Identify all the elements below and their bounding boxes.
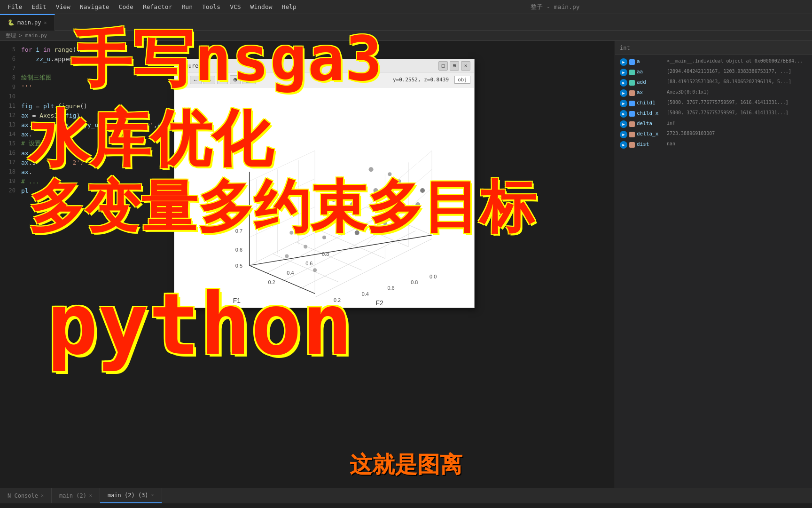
var-value-aa: [2094.404242110167, 1203.9383386753177, … bbox=[667, 69, 807, 74]
fig-home-button[interactable]: ⌂ bbox=[178, 76, 188, 84]
var-name-delta-x: delta_x bbox=[637, 131, 665, 137]
var-aa[interactable]: ▶ aa [2094.404242110167, 1203.9383386753… bbox=[615, 67, 812, 78]
svg-text:0.2: 0.2 bbox=[268, 279, 275, 285]
var-delta-x[interactable]: ▶ delta_x 2723.388969103007 bbox=[615, 129, 812, 140]
fig-forward-button[interactable]: → bbox=[203, 76, 215, 84]
var-a[interactable]: ▶ a <__main__.Individual object at 0x000… bbox=[615, 57, 812, 67]
figure-canvas[interactable]: F2 F1 0.5 0.6 0.7 0.8 0.2 0.4 0.6 0.8 0.… bbox=[174, 87, 474, 308]
var-value-child1: [5000, 3767.776775759597, 1616.41411331.… bbox=[667, 100, 807, 105]
svg-point-58 bbox=[355, 230, 359, 235]
var-icon-aa bbox=[629, 70, 635, 75]
svg-point-57 bbox=[313, 268, 317, 272]
var-child1[interactable]: ▶ child1 [5000, 3767.776775759597, 1616.… bbox=[615, 98, 812, 109]
bottom-tabbar: N Console × main (2) × main (2) (3) × bbox=[0, 488, 812, 503]
var-name-ax: ax bbox=[637, 89, 665, 95]
expand-add[interactable]: ▶ bbox=[620, 79, 627, 87]
expand-child-x[interactable]: ▶ bbox=[620, 110, 627, 118]
tab-label: main.py bbox=[17, 19, 41, 26]
variables-panel: int ▶ a <__main__.Individual object at 0… bbox=[615, 41, 812, 488]
svg-point-56 bbox=[285, 254, 289, 258]
svg-point-51 bbox=[406, 212, 410, 216]
editor-tabbar: 🐍 main.py × bbox=[0, 14, 812, 31]
code-line-5: 5 for i in range(le bbox=[0, 45, 615, 54]
var-delta[interactable]: ▶ delta inf bbox=[615, 119, 812, 129]
expand-ax[interactable]: ▶ bbox=[620, 89, 627, 97]
svg-text:0.6: 0.6 bbox=[235, 247, 242, 253]
fig-pan-button[interactable]: ✥ bbox=[217, 75, 228, 84]
expand-a[interactable]: ▶ bbox=[620, 58, 627, 66]
menu-window[interactable]: Window bbox=[247, 2, 276, 11]
window-title: 整子 - main.py bbox=[531, 3, 579, 11]
tab-icon: 🐍 bbox=[8, 19, 15, 26]
tab-main-2-3-label: main (2) (3) bbox=[108, 492, 148, 499]
tab-main-2-close[interactable]: × bbox=[89, 493, 92, 498]
svg-point-54 bbox=[369, 167, 374, 172]
tab-n-console[interactable]: N Console × bbox=[0, 488, 52, 503]
menu-help[interactable]: Help bbox=[278, 2, 300, 11]
tab-n-console-close[interactable]: × bbox=[41, 493, 44, 498]
var-name-add: add bbox=[637, 79, 665, 85]
var-value-dist: nan bbox=[667, 141, 807, 146]
var-icon-dist bbox=[629, 142, 635, 148]
var-dist[interactable]: ▶ dist nan bbox=[615, 140, 812, 150]
var-child-x[interactable]: ▶ child_x [5000, 3767.776775759597, 1616… bbox=[615, 109, 812, 119]
tab-main-2-3-close[interactable]: × bbox=[151, 492, 154, 498]
figure-minimize-button[interactable]: □ bbox=[438, 61, 448, 71]
svg-text:0.0: 0.0 bbox=[429, 274, 437, 279]
tab-main-py[interactable]: 🐍 main.py × bbox=[0, 14, 55, 31]
menu-refactor[interactable]: Refactor bbox=[139, 2, 176, 11]
f2-axis-label: F2 bbox=[376, 299, 384, 307]
plot-svg: F2 F1 0.5 0.6 0.7 0.8 0.2 0.4 0.6 0.8 0.… bbox=[174, 87, 474, 308]
fig-zoom-button[interactable]: ⊕ bbox=[230, 75, 241, 84]
tab-close-button[interactable]: × bbox=[44, 20, 47, 25]
bottom-panel: N Console × main (2) × main (2) (3) × 第2… bbox=[0, 488, 812, 508]
var-value-delta-x: 2723.388969103007 bbox=[667, 131, 807, 136]
svg-text:0.4: 0.4 bbox=[287, 270, 294, 276]
expand-child1[interactable]: ▶ bbox=[620, 100, 627, 107]
var-name-aa: aa bbox=[637, 69, 665, 75]
svg-text:0.6: 0.6 bbox=[387, 285, 394, 291]
figure-title: Figure 1 bbox=[178, 63, 437, 69]
var-name-delta: delta bbox=[637, 120, 665, 127]
svg-rect-0 bbox=[174, 87, 474, 308]
bottom-subtitle: 这就是图离 bbox=[350, 450, 462, 480]
figure-coords: y=0.2552, z=0.8439 bbox=[393, 77, 449, 83]
tab-main-2[interactable]: main (2) × bbox=[52, 488, 100, 503]
menu-run[interactable]: Run bbox=[178, 2, 196, 11]
fig-save-button[interactable]: 💾 bbox=[242, 75, 256, 84]
menu-file[interactable]: File bbox=[4, 2, 26, 11]
menu-navigate[interactable]: Navigate bbox=[76, 2, 113, 11]
svg-point-60 bbox=[388, 172, 391, 176]
figure-legend-obj: obj bbox=[454, 76, 470, 84]
variable-list: ▶ a <__main__.Individual object at 0x000… bbox=[615, 55, 812, 488]
expand-delta[interactable]: ▶ bbox=[620, 120, 627, 128]
breadcrumb: 整理 > main.py bbox=[0, 31, 812, 41]
var-icon-child-x bbox=[629, 111, 635, 117]
menu-view[interactable]: View bbox=[52, 2, 74, 11]
tab-main-2-label: main (2) bbox=[59, 492, 86, 499]
svg-point-47 bbox=[360, 226, 364, 230]
var-value-child-x: [5000, 3767.776775759597, 1616.41411331.… bbox=[667, 110, 807, 115]
var-icon-delta-x bbox=[629, 132, 635, 137]
figure-maximize-button[interactable]: ⊞ bbox=[450, 61, 459, 71]
svg-point-61 bbox=[420, 188, 425, 193]
svg-text:0.8: 0.8 bbox=[235, 209, 242, 215]
menu-code[interactable]: Code bbox=[115, 2, 137, 11]
figure-close-button[interactable]: × bbox=[461, 61, 470, 71]
menu-tools[interactable]: Tools bbox=[198, 2, 224, 11]
var-value-delta: inf bbox=[667, 120, 807, 126]
var-add[interactable]: ▶ add [88.41915235710043, 68.19065202396… bbox=[615, 78, 812, 88]
var-name-child-x: child_x bbox=[637, 110, 665, 116]
variables-header: int bbox=[615, 41, 812, 55]
var-value-add: [88.41915235710043, 68.19065202396119, 5… bbox=[667, 79, 807, 84]
fig-back-button[interactable]: ← bbox=[190, 76, 202, 84]
tab-main-2-3[interactable]: main (2) (3) × bbox=[100, 488, 162, 503]
tab-n-console-label: N Console bbox=[8, 492, 38, 499]
expand-delta-x[interactable]: ▶ bbox=[620, 131, 627, 138]
svg-point-45 bbox=[392, 193, 397, 198]
expand-aa[interactable]: ▶ bbox=[620, 69, 627, 76]
expand-dist[interactable]: ▶ bbox=[620, 141, 627, 149]
var-ax[interactable]: ▶ ax Axes3D(0;0;1x1) bbox=[615, 88, 812, 98]
menu-edit[interactable]: Edit bbox=[28, 2, 50, 11]
menu-vcs[interactable]: VCS bbox=[226, 2, 244, 11]
